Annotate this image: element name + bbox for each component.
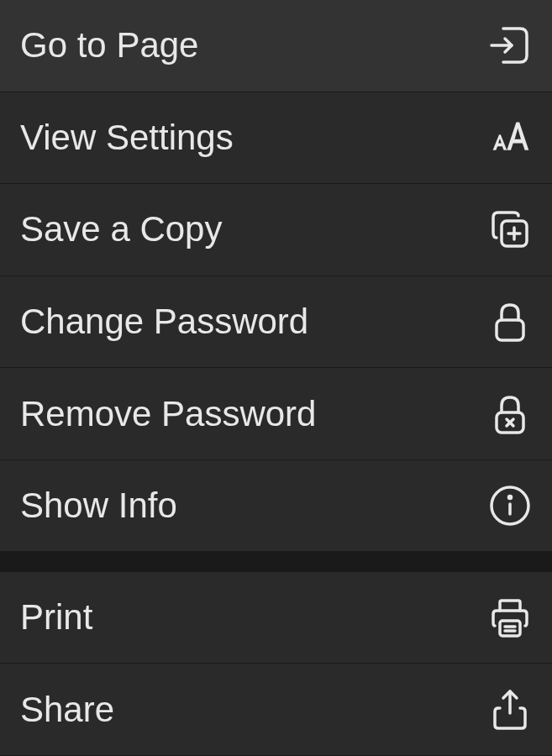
document-menu: Go to Page View Settings Save a Copy xyxy=(0,0,552,756)
svg-rect-10 xyxy=(500,621,520,636)
menu-item-save-copy[interactable]: Save a Copy xyxy=(0,184,552,276)
svg-rect-3 xyxy=(497,320,523,340)
text-size-icon xyxy=(488,116,532,160)
menu-item-go-to-page[interactable]: Go to Page xyxy=(0,0,552,92)
lock-icon xyxy=(488,300,532,344)
go-to-page-icon xyxy=(488,24,532,67)
info-icon xyxy=(488,484,532,528)
menu-item-view-settings[interactable]: View Settings xyxy=(0,92,552,185)
menu-item-print[interactable]: Print xyxy=(0,572,552,664)
menu-label: Remove Password xyxy=(20,394,316,434)
lock-remove-icon xyxy=(488,392,532,436)
menu-item-show-info[interactable]: Show Info xyxy=(0,460,552,553)
copy-plus-icon xyxy=(488,207,532,251)
menu-label: Share xyxy=(20,690,114,730)
share-icon xyxy=(488,688,532,732)
menu-label: View Settings xyxy=(20,118,234,158)
menu-label: Save a Copy xyxy=(20,209,222,249)
menu-label: Show Info xyxy=(20,486,177,526)
menu-item-remove-password[interactable]: Remove Password xyxy=(0,368,552,460)
menu-item-change-password[interactable]: Change Password xyxy=(0,276,552,369)
svg-point-9 xyxy=(509,496,512,499)
menu-separator xyxy=(0,552,552,571)
menu-label: Print xyxy=(20,597,92,638)
menu-label: Go to Page xyxy=(20,25,198,66)
menu-label: Change Password xyxy=(20,302,308,342)
menu-item-share[interactable]: Share xyxy=(0,664,552,756)
print-icon xyxy=(488,596,532,639)
